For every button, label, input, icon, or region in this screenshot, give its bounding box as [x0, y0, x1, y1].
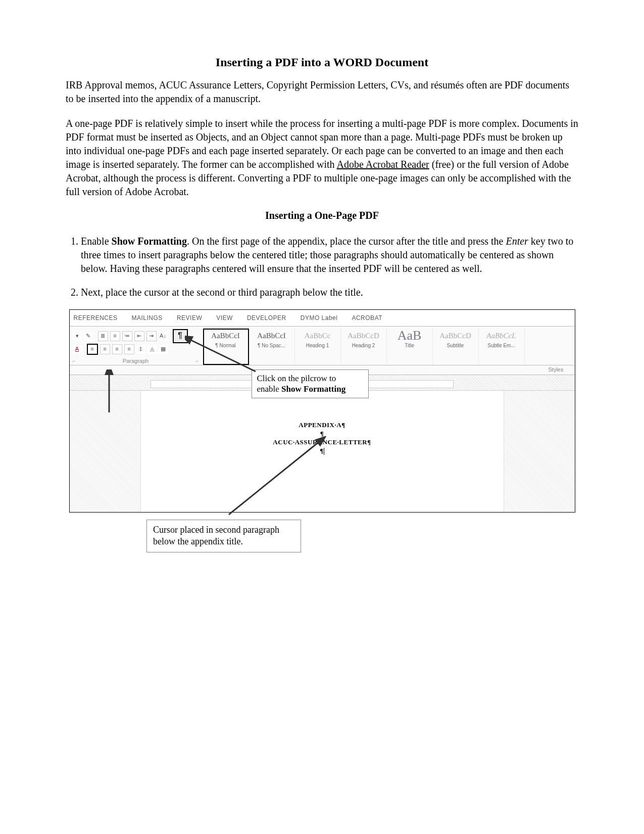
style-title[interactable]: AaB Title — [387, 329, 433, 365]
style-name: ¶ Normal — [204, 343, 247, 348]
pilcrow-callout-line1: Click on the pilcrow to — [257, 374, 336, 383]
align-center-icon[interactable]: ≡ — [100, 344, 110, 354]
section-heading: Inserting a One-Page PDF — [66, 210, 578, 221]
style-subtitle[interactable]: AaBbCcD Subtitle — [433, 329, 479, 365]
justify-icon[interactable]: ≡ — [124, 344, 134, 354]
word-screenshot: REFERENCES MAILINGS REVIEW VIEW DEVELOPE… — [69, 309, 575, 513]
align-right-icon[interactable]: ≡ — [112, 344, 122, 354]
tab-acrobat[interactable]: ACROBAT — [352, 314, 382, 321]
doc-line-pilcrow-2: ¶ — [141, 447, 504, 455]
align-arrow-icon — [104, 369, 114, 415]
pilcrow-callout: Click on the pilcrow to enable Show Form… — [252, 369, 369, 398]
style-name: ¶ No Spac... — [250, 343, 293, 348]
document-area[interactable]: APPENDIX·A¶ ¶ ACUC·ASSURANCE·LETTER¶ ¶ — [70, 391, 575, 512]
paragraph-group: ▾ ✎ ≣ ≡ ≔ ⇤ ⇥ A↓ ¶ A ≡ ≡ ≡ ≡ — [70, 327, 202, 365]
style-sample: AaBbCcI — [250, 330, 293, 342]
style-sample: AaBbCcL — [480, 330, 523, 342]
style-heading-2[interactable]: AaBbCcD Heading 2 — [341, 329, 387, 365]
numbering-icon[interactable]: ≡ — [110, 331, 120, 341]
step1-bold: Show Formatting — [112, 236, 187, 247]
style-name: Subtle Em... — [480, 343, 523, 348]
style-no-spacing[interactable]: AaBbCcI ¶ No Spac... — [249, 329, 295, 365]
align-left-icon[interactable]: ≡ — [87, 344, 98, 355]
tab-developer[interactable]: DEVELOPER — [247, 314, 286, 321]
format-painter-icon[interactable]: ✎ — [84, 332, 93, 341]
document-page: APPENDIX·A¶ ¶ ACUC·ASSURANCE·LETTER¶ ¶ — [140, 391, 504, 512]
step1-rest-a: . On the first page of the appendix, pla… — [187, 236, 506, 247]
step1-italic: Enter — [506, 236, 528, 247]
font-color-icon[interactable]: A — [73, 345, 82, 354]
style-sample: AaBbCcI — [204, 330, 247, 342]
style-heading-1[interactable]: AaBbCc Heading 1 — [295, 329, 341, 365]
step-1: Enable Show Formatting. On the first pag… — [81, 235, 578, 275]
text-cursor-icon — [324, 448, 324, 455]
increase-indent-icon[interactable]: ⇥ — [146, 331, 157, 341]
ribbon-body: ▾ ✎ ≣ ≡ ≔ ⇤ ⇥ A↓ ¶ A ≡ ≡ ≡ ≡ — [70, 327, 575, 365]
style-sample: AaBbCcD — [342, 330, 385, 342]
style-subtle-em[interactable]: AaBbCcL Subtle Em... — [479, 329, 525, 365]
pilcrow-button[interactable]: ¶ — [173, 329, 188, 343]
step1-lead: Enable — [81, 236, 112, 247]
styles-gallery[interactable]: AaBbCcI ¶ Normal AaBbCcI ¶ No Spac... Aa… — [202, 327, 575, 365]
page-title: Inserting a PDF into a WORD Document — [66, 56, 578, 69]
borders-icon[interactable]: ▦ — [159, 345, 168, 354]
step-2: Next, place the cursor at the second or … — [81, 286, 578, 299]
pilcrow-callout-line2a: enable — [257, 384, 282, 394]
shading-icon[interactable]: ◬ — [147, 345, 157, 354]
style-name: Title — [388, 343, 431, 348]
style-sample: AaBbCcD — [434, 330, 477, 342]
intro-paragraph-1: IRB Approval memos, ACUC Assurance Lette… — [66, 78, 578, 106]
style-sample: AaBbCc — [296, 330, 339, 342]
multilevel-icon[interactable]: ≔ — [122, 331, 132, 341]
decrease-indent-icon[interactable]: ⇤ — [134, 331, 144, 341]
style-name: Heading 2 — [342, 343, 385, 348]
doc-line-appendix: APPENDIX·A¶ — [141, 421, 504, 430]
adobe-reader-link[interactable]: Adobe Acrobat Reader — [336, 159, 429, 170]
line-spacing-icon[interactable]: ‡ — [136, 345, 145, 354]
doc-line-acuc: ACUC·ASSURANCE·LETTER¶ — [141, 438, 504, 447]
cursor-callout: Cursor placed in second paragraph below … — [146, 520, 301, 552]
intro-paragraph-2: A one-page PDF is relatively simple to i… — [66, 117, 578, 199]
tab-mailings[interactable]: MAILINGS — [132, 314, 163, 321]
sort-icon[interactable]: A↓ — [159, 332, 168, 341]
paste-dropdown-icon[interactable]: ▾ — [73, 332, 82, 341]
tab-references[interactable]: REFERENCES — [74, 314, 118, 321]
document-content: APPENDIX·A¶ ¶ ACUC·ASSURANCE·LETTER¶ ¶ — [141, 391, 504, 455]
doc-line-pilcrow-1: ¶ — [141, 430, 504, 438]
ribbon-tabs: REFERENCES MAILINGS REVIEW VIEW DEVELOPE… — [70, 310, 575, 327]
bullets-icon[interactable]: ≣ — [98, 331, 108, 341]
doc-line-pilcrow-2-text: ¶ — [320, 447, 324, 454]
style-name: Heading 1 — [296, 343, 339, 348]
tab-dymo[interactable]: DYMO Label — [301, 314, 338, 321]
style-sample: AaB — [388, 330, 431, 342]
style-name: Subtitle — [434, 343, 477, 348]
paragraph-group-label: Paragraph — [123, 358, 148, 364]
style-normal[interactable]: AaBbCcI ¶ Normal — [203, 329, 249, 365]
pilcrow-callout-line2b: Show Formatting — [281, 384, 345, 394]
steps-list: Enable Show Formatting. On the first pag… — [66, 235, 578, 299]
tab-view[interactable]: VIEW — [216, 314, 233, 321]
tab-review[interactable]: REVIEW — [177, 314, 202, 321]
